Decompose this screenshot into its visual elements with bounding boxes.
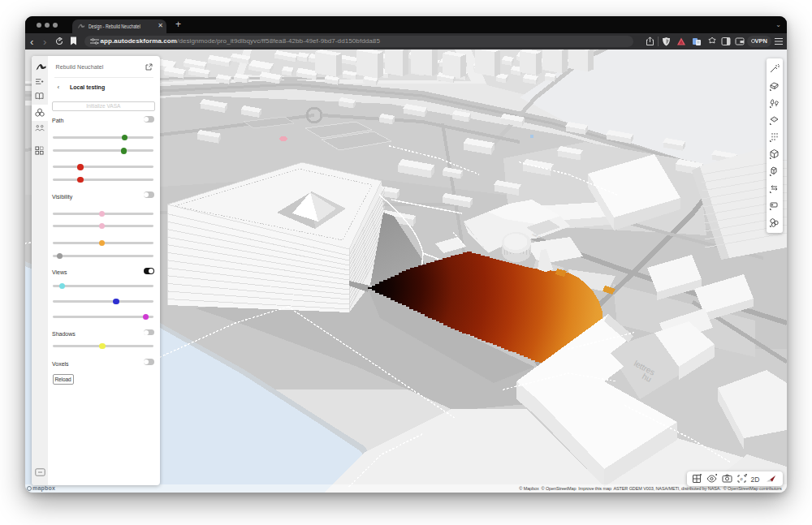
svg-text:o: o [741, 476, 743, 481]
